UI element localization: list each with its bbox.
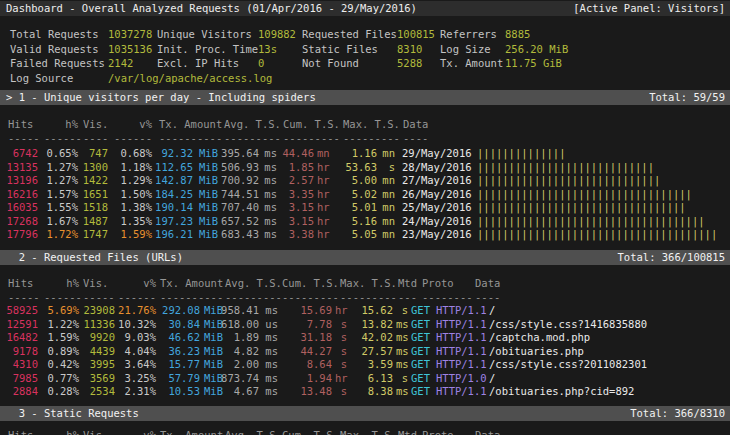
cell-tx-amount: 190.14 xyxy=(148,200,193,214)
column-underline: ------ xyxy=(44,131,78,145)
column-header-vpct: v% xyxy=(118,428,156,435)
column-header-tx: Tx. Amount xyxy=(160,428,223,435)
cell-hits-pct: 1.57% xyxy=(40,187,78,201)
cell-max-ts: 3.59 xyxy=(346,357,393,371)
cell-visitors-pct: 9.03% xyxy=(112,330,156,344)
cell-avg-ts: 700.92 xyxy=(200,173,259,187)
cell-max-unit: s xyxy=(396,303,408,317)
cell-tx-amount: 92.32 xyxy=(148,146,193,160)
visitor-row[interactable]: 177961.72%17471.59%196.21MiB683.43ms3.38… xyxy=(0,227,730,241)
summary-value: 100815 xyxy=(397,27,435,41)
summary-value: 256.20 MiB xyxy=(505,42,568,56)
panel3-header[interactable]: 3 - Static Requests Total: 366/8310 xyxy=(0,406,730,421)
active-panel-indicator: [Active Panel: Visitors] xyxy=(573,1,725,16)
cell-method: GET xyxy=(411,371,430,385)
panel1-title: > 1 - Unique visitors per day - Includin… xyxy=(6,90,316,105)
column-header-hpct: h% xyxy=(44,276,79,290)
cell-visitors-pct: 1.18% xyxy=(108,160,152,174)
column-header-vpct: v% xyxy=(114,117,152,131)
hits-bar: |||||||||||||||||||||||||||| xyxy=(477,160,654,174)
cell-visitors-pct: 4.04% xyxy=(112,344,156,358)
cell-avg-unit: ms xyxy=(264,384,278,398)
cell-max-ts: 15.62 xyxy=(346,303,393,317)
cell-max-unit: s xyxy=(396,371,408,385)
column-header-vis: Vis. xyxy=(83,117,108,131)
cell-visitors: 3995 xyxy=(80,357,115,371)
cell-hits-pct: 0.42% xyxy=(40,357,79,371)
cell-cum-ts: 13.48 xyxy=(282,384,332,398)
cell-cum-unit: hr xyxy=(317,214,329,228)
cell-hits-pct: 0.65% xyxy=(40,146,78,160)
cell-tx-amount: 57.79 xyxy=(155,371,200,385)
column-header-proto: Proto xyxy=(422,276,454,290)
cell-visitors: 1651 xyxy=(80,187,108,201)
cell-max-unit: mn xyxy=(381,187,395,201)
column-header-max: Max. T.S. xyxy=(340,428,397,435)
column-header-cum: Cum. T.S. xyxy=(282,428,339,435)
cell-max-unit: mn xyxy=(381,200,395,214)
cell-tx-amount: 30.84 xyxy=(155,317,200,331)
cell-cum-unit: hr xyxy=(317,200,329,214)
request-row[interactable]: 125911.22%1133610.32%30.84MiB618.00us7.7… xyxy=(0,317,730,331)
visitor-row[interactable]: 160351.55%15181.38%190.14MiB707.40ms3.15… xyxy=(0,200,730,214)
panel2-column-underlines: ----- ------ ----- ------ ---------- ---… xyxy=(0,290,730,304)
visitor-row[interactable]: 67420.65%7470.68%92.32MiB395.64ms44.46mn… xyxy=(0,146,730,160)
column-underline: --------- xyxy=(282,290,339,304)
request-row[interactable]: 589255.69%2390821.76%292.08MiB958.41ms15… xyxy=(0,303,730,317)
column-header-avg: Avg. T.S. xyxy=(225,428,282,435)
cell-hits-pct: 1.59% xyxy=(40,330,79,344)
app-title: Dashboard - Overall Analyzed Requests (0… xyxy=(6,1,417,16)
cell-max-ts: 5.00 xyxy=(330,173,377,187)
cell-cum-ts: 3.38 xyxy=(264,227,314,241)
visitor-row[interactable]: 172681.67%14871.35%197.23MiB657.52ms3.15… xyxy=(0,214,730,228)
cell-hits: 2884 xyxy=(2,384,38,398)
cell-hits-pct: 0.77% xyxy=(40,371,79,385)
panel2-total: Total: 366/100815 xyxy=(618,250,725,265)
summary-label: Unique Visitors xyxy=(157,27,252,41)
cell-visitors: 1300 xyxy=(80,160,108,174)
hits-bar: |||||||||||||||||||||||||||||||||| xyxy=(477,187,692,201)
cell-max-unit: ms xyxy=(396,344,408,358)
cell-protocol: HTTP/1.1 xyxy=(436,303,487,317)
panel1-header[interactable]: > 1 - Unique visitors per day - Includin… xyxy=(0,90,730,105)
panel2-header[interactable]: 2 - Requested Files (URLs) Total: 366/10… xyxy=(0,250,730,265)
visitor-row[interactable]: 131961.27%14221.29%142.87MiB700.92ms2.57… xyxy=(0,173,730,187)
visitor-row[interactable]: 131351.27%13001.18%112.65MiB506.93ms1.85… xyxy=(0,160,730,174)
cell-avg-ts: 707.40 xyxy=(200,200,259,214)
column-header-hpct: h% xyxy=(44,117,78,131)
cell-avg-ts: 683.43 xyxy=(200,227,259,241)
cell-hits: 9178 xyxy=(2,344,38,358)
cell-protocol: HTTP/1.1 xyxy=(436,384,487,398)
cell-avg-unit: ms xyxy=(264,330,278,344)
request-row[interactable]: 43100.42%39953.64%15.77MiB2.00ms8.64s3.5… xyxy=(0,357,730,371)
cell-max-unit: mn xyxy=(381,214,395,228)
hits-bar: ||||||||||||||||||||||||||||| xyxy=(477,173,660,187)
summary-label: Requested Files xyxy=(302,27,397,41)
request-row[interactable]: 91780.89%44394.04%36.23MiB4.82ms44.27s27… xyxy=(0,344,730,358)
cell-hits-pct: 1.55% xyxy=(40,200,78,214)
visitor-row[interactable]: 162161.57%16511.50%184.25MiB744.51ms3.35… xyxy=(0,187,730,201)
column-header-hits: Hits xyxy=(8,428,33,435)
summary-label: Excl. IP Hits xyxy=(157,56,239,70)
cell-max-ts: 8.38 xyxy=(346,384,393,398)
column-header-cum: Cum. T.S. xyxy=(282,276,339,290)
request-row[interactable]: 28840.28%25342.31%10.53MiB4.67ms13.48s8.… xyxy=(0,384,730,398)
cell-max-ts: 42.02 xyxy=(346,330,393,344)
cell-method: GET xyxy=(411,384,430,398)
summary-row-2: Valid Requests1035136 Init. Proc. Time13… xyxy=(0,42,730,56)
cell-max-unit: mn xyxy=(381,146,395,160)
cell-visitors: 3569 xyxy=(80,371,115,385)
cell-hits-pct: 1.27% xyxy=(40,173,78,187)
column-header-vpct: v% xyxy=(118,276,156,290)
request-row[interactable]: 79850.77%35693.25%57.79MiB873.74ms1.94hr… xyxy=(0,371,730,385)
cell-hits-pct: 1.72% xyxy=(40,227,78,241)
request-row[interactable]: 164821.59%99209.03%46.62MiB1.89ms31.18s4… xyxy=(0,330,730,344)
cell-cum-unit: hr xyxy=(317,187,329,201)
column-header-avg: Avg. T.S. xyxy=(225,276,282,290)
cell-avg-ts: 4.67 xyxy=(205,384,259,398)
cell-visitors: 747 xyxy=(80,146,108,160)
column-header-data: Data xyxy=(403,117,428,131)
cell-tx-amount: 197.23 xyxy=(148,214,193,228)
cell-avg-ts: 958.41 xyxy=(205,303,259,317)
column-underline: ---- xyxy=(475,290,500,304)
